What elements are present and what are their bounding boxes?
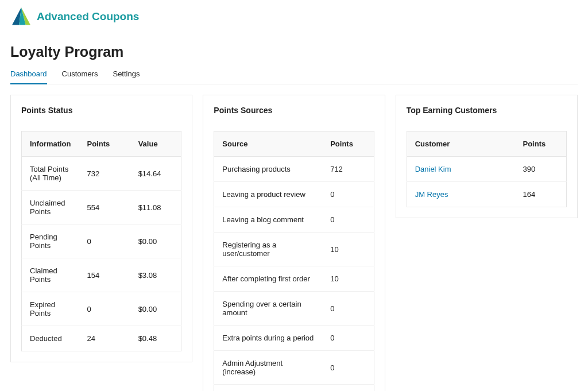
table-row: After completing first order 10 [214,266,374,292]
cell-points: 154 [79,258,130,292]
cell-source: Leaving a product review [214,182,322,207]
points-sources-table: Source Points Purchasing products 712 Le… [214,131,374,391]
points-status-table: Information Points Value Total Points (A… [21,131,181,351]
cell-source: Admin Adjustment (increase) [214,351,322,385]
table-row: Claimed Points 154 $3.08 [22,258,181,292]
cell-value: $14.64 [130,157,181,191]
cell-info: Pending Points [22,224,79,258]
table-row: Pending Points 0 $0.00 [22,224,181,258]
panel-title-points-status: Points Status [21,106,181,115]
cell-points: 554 [79,191,130,224]
panel-top-customers: Top Earning Customers Customer Points Da… [396,95,578,218]
cell-points: 0 [322,351,374,385]
col-header-information: Information [22,131,79,157]
customer-link[interactable]: JM Reyes [415,190,448,199]
cell-info: Unclaimed Points [22,191,79,224]
cell-points: 390 [514,157,566,182]
brand: Advanced Coupons [10,6,578,28]
cell-points: 0 [79,292,130,326]
table-row: Admin Adjustment (increase) 0 [214,351,374,385]
tab-dashboard[interactable]: Dashboard [10,66,47,84]
cell-source: After completing first order [214,266,322,292]
cell-value: $11.08 [130,191,181,224]
cell-info: Expired Points [22,292,79,326]
col-header-points: Points [322,131,374,157]
top-customers-table: Customer Points Daniel Kim 390 JM Reyes … [407,131,567,207]
cell-points: 712 [322,157,374,182]
table-row: Expired Points 0 $0.00 [22,292,181,326]
cell-value: $3.08 [130,258,181,292]
table-row: Spending over a certain amount 0 [214,292,374,326]
panel-title-top-customers: Top Earning Customers [407,106,567,115]
cell-source: Leaving a blog comment [214,207,322,233]
cell-points: 0 [322,326,374,351]
tabs: Dashboard Customers Settings [10,66,578,84]
table-row: Daniel Kim 390 [407,157,566,182]
table-row: Total Points (All Time) 732 $14.64 [22,157,181,191]
cell-points: 10 [322,266,374,292]
tab-customers[interactable]: Customers [62,66,98,84]
customer-link[interactable]: Daniel Kim [415,165,451,173]
table-row: Purchasing products 712 [214,157,374,182]
col-header-source: Source [214,131,322,157]
table-row: JM Reyes 164 [407,182,566,207]
panel-title-points-sources: Points Sources [214,106,374,115]
page-title: Loyalty Program [10,44,578,60]
cell-value: $0.00 [130,224,181,258]
table-row: Registering as a user/customer 10 [214,233,374,266]
col-header-customer: Customer [407,131,514,157]
col-header-value: Value [130,131,181,157]
page-root: Advanced Coupons Loyalty Program Dashboa… [0,0,588,391]
cell-value: $0.48 [130,326,181,351]
table-row: Deducted 24 $0.48 [22,326,181,351]
table-row: Extra points during a period 0 [214,326,374,351]
brand-name: Advanced Coupons [37,10,139,23]
col-header-points: Points [79,131,130,157]
cell-info: Total Points (All Time) [22,157,79,191]
table-row: Imported points 0 [214,385,374,392]
cell-points: 0 [322,182,374,207]
cell-info: Deducted [22,326,79,351]
cell-source: Purchasing products [214,157,322,182]
cell-info: Claimed Points [22,258,79,292]
cell-value: $0.00 [130,292,181,326]
col-header-points: Points [514,131,566,157]
panel-points-sources: Points Sources Source Points Purchasing … [203,95,385,391]
table-row: Leaving a product review 0 [214,182,374,207]
cell-points: 732 [79,157,130,191]
cell-customer: Daniel Kim [407,157,514,182]
panel-points-status: Points Status Information Points Value T… [10,95,192,362]
cell-points: 0 [322,207,374,233]
cell-source: Registering as a user/customer [214,233,322,266]
cell-source: Extra points during a period [214,326,322,351]
cell-points: 0 [79,224,130,258]
cell-customer: JM Reyes [407,182,514,207]
cell-points: 10 [322,233,374,266]
cell-source: Imported points [214,385,322,392]
cell-points: 164 [514,182,566,207]
brand-logo-icon [10,6,32,28]
tab-settings[interactable]: Settings [113,66,140,84]
table-row: Leaving a blog comment 0 [214,207,374,233]
panels-row: Points Status Information Points Value T… [10,95,578,391]
cell-source: Spending over a certain amount [214,292,322,326]
table-row: Unclaimed Points 554 $11.08 [22,191,181,224]
cell-points: 0 [322,292,374,326]
cell-points: 0 [322,385,374,392]
cell-points: 24 [79,326,130,351]
